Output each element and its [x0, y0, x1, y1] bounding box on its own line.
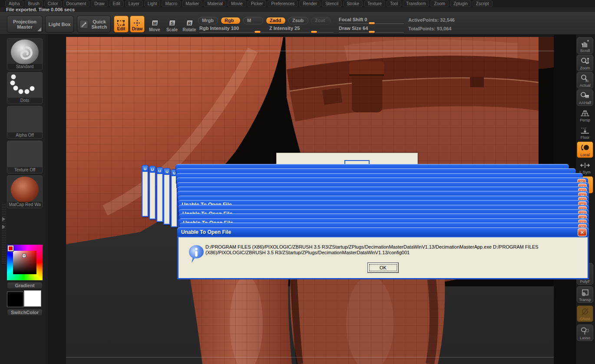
menu-item[interactable]: Color	[44, 0, 62, 7]
magnifier-x1-icon: x1	[580, 74, 590, 83]
local-pivot-icon	[580, 144, 590, 152]
color-picker[interactable]	[7, 245, 43, 280]
menu-item[interactable]: Draw	[91, 0, 108, 7]
menu-item[interactable]: Transform	[403, 0, 429, 7]
color-picker-marker[interactable]	[23, 254, 26, 257]
z-intensity-handle[interactable]	[311, 30, 317, 33]
menu-item[interactable]: Movie	[228, 0, 246, 7]
menu-item[interactable]: Stencil	[322, 0, 342, 7]
shelf-button-partial-orange[interactable]	[577, 176, 593, 193]
z-intensity-slider[interactable]	[269, 32, 334, 33]
menu-item[interactable]: Edit	[109, 0, 124, 7]
move-button[interactable]: M Move	[147, 16, 162, 32]
projection-master-button[interactable]: Projection Master	[7, 16, 43, 33]
current-brush-tile[interactable]: Standard	[7, 38, 43, 70]
shelf-button-lsym[interactable]: L.Sym	[577, 159, 593, 175]
top-shelf-toolbar: Projection Master Light Box Quick Sketch…	[0, 12, 595, 35]
menu-item[interactable]: Zoom	[430, 0, 449, 7]
scale-button[interactable]: S Scale	[164, 16, 180, 32]
rgb-intensity-handle[interactable]	[254, 30, 261, 33]
rotate-icon: R	[186, 20, 193, 26]
main-color-swatch[interactable]	[7, 292, 23, 307]
menu-item[interactable]: Zplugin	[450, 0, 471, 7]
left-palette: Standard Dots Alpha Off Texture Off MatC…	[0, 35, 48, 364]
tray-divider[interactable]	[2, 204, 6, 265]
shelf-button-lasso[interactable]: Lasso	[577, 325, 593, 341]
draw-button[interactable]: Draw	[130, 16, 145, 33]
scale-label: Scale	[166, 27, 178, 32]
zsub-toggle[interactable]: Zsub	[288, 17, 308, 24]
menu-item[interactable]: Tool	[387, 0, 401, 7]
draw-size-label: Draw Size 64	[339, 26, 368, 31]
quick-sketch-label: Quick Sketch	[90, 19, 109, 30]
draw-size-handle[interactable]	[368, 30, 375, 33]
menu-item[interactable]: Document	[63, 0, 90, 7]
current-material-tile[interactable]: MatCap Red Wa	[7, 175, 43, 208]
draw-crosshair-icon	[133, 20, 142, 26]
background-dialog-button[interactable]	[344, 160, 370, 186]
background-dialog	[276, 153, 418, 187]
current-texture-tile[interactable]: Texture Off	[7, 141, 43, 174]
ghost-icon	[580, 308, 590, 316]
menu-item[interactable]: Texture	[364, 0, 385, 7]
mrgb-toggle[interactable]: Mrgb	[198, 17, 218, 24]
shelf-button-transp[interactable]: Transp	[577, 286, 593, 303]
symmetry-arrows-icon	[580, 162, 590, 170]
alpha-tile-label: Alpha Off	[7, 132, 42, 138]
current-color-swatch	[8, 246, 13, 251]
shelf-button-floor[interactable]: x y z Floor	[577, 124, 593, 141]
shelf-button-aahalf[interactable]: AAHalf	[577, 89, 593, 106]
close-icon[interactable]: ✕	[578, 228, 587, 236]
zcut-toggle[interactable]: Zcut	[311, 17, 331, 24]
light-box-label: Light Box	[49, 22, 71, 27]
shelf-button-local[interactable]: Local	[577, 141, 593, 158]
error-dialog-titlebar[interactable]: Unable To Open File ✕	[177, 227, 589, 237]
menu-item[interactable]: Zscript	[473, 0, 493, 7]
scale-icon: S	[169, 20, 175, 26]
edit-marquee-icon	[117, 20, 126, 26]
current-stroke-tile[interactable]: Dots	[7, 72, 43, 104]
dots-stroke-icon	[7, 72, 42, 98]
menu-item[interactable]: Picker	[248, 0, 267, 7]
right-tray-gap	[554, 35, 576, 364]
menu-item[interactable]: Alpha	[5, 0, 23, 7]
switch-color-button[interactable]: SwitchColor	[7, 309, 43, 316]
svg-text:x1: x1	[585, 79, 589, 82]
viewport-canvas[interactable]	[66, 37, 554, 364]
menu-item[interactable]: Marker	[182, 0, 202, 7]
rotate-button[interactable]: R Rotate	[182, 16, 197, 32]
brush-tile-label: Standard	[7, 64, 42, 70]
shelf-button-ghost[interactable]: Ghost	[577, 305, 593, 322]
shelf-button-persp[interactable]: Persp	[577, 107, 593, 123]
z-intensity-label: Z Intensity 25	[269, 26, 300, 31]
edit-button[interactable]: Edit	[114, 16, 129, 33]
ok-button[interactable]: OK	[367, 262, 399, 273]
shelf-button-zoom[interactable]: Zoom	[577, 55, 593, 71]
rotate-label: Rotate	[182, 27, 196, 32]
lasso-icon	[580, 327, 590, 335]
error-dialog-body: D:/PROGRAM FILES (X86)/PIXOLOGIC/ZBRUSH …	[177, 237, 589, 279]
quick-sketch-button[interactable]: Quick Sketch	[77, 16, 111, 33]
current-alpha-tile[interactable]: Alpha Off	[7, 106, 43, 139]
shelf-button-actual[interactable]: x1 Actual	[577, 72, 593, 89]
menu-item[interactable]: Layer	[125, 0, 143, 7]
shelf-button-scroll[interactable]: Scroll	[577, 37, 593, 54]
menu-item[interactable]: Render	[299, 0, 321, 7]
gradient-button[interactable]: Gradient	[7, 282, 43, 289]
m-toggle[interactable]: M	[243, 17, 263, 24]
menu-bar: AlphaBrushColorDocumentDrawEditLayerLigh…	[0, 0, 595, 7]
perspective-grid-icon	[580, 109, 590, 118]
menu-item[interactable]: Light	[144, 0, 161, 7]
zadd-toggle[interactable]: Zadd	[266, 17, 286, 24]
light-box-button[interactable]: Light Box	[45, 16, 74, 33]
menu-item[interactable]: Brush	[25, 0, 43, 7]
focal-shift-handle[interactable]	[368, 22, 375, 25]
rgb-toggle[interactable]: Rgb	[221, 17, 241, 24]
menu-item[interactable]: Macro	[162, 0, 181, 7]
menu-item[interactable]: Stroke	[343, 0, 363, 7]
secondary-color-swatch[interactable]	[24, 291, 41, 306]
transparency-icon	[580, 289, 590, 297]
color-picker-sv-square[interactable]	[13, 251, 36, 274]
menu-item[interactable]: Material	[204, 0, 226, 7]
menu-item[interactable]: Preferences	[268, 0, 298, 7]
